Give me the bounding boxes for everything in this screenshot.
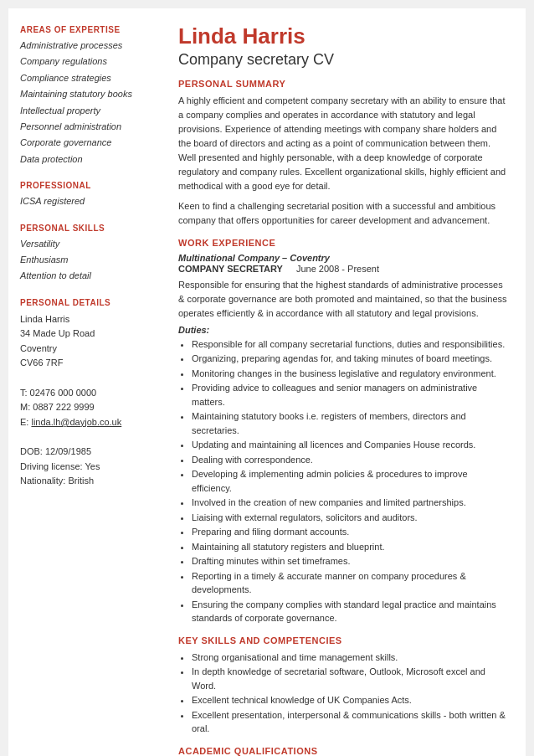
area-item: Personnel administration (20, 121, 151, 133)
detail-line: 34 Made Up Road (20, 327, 151, 342)
left-column: AREAS OF EXPERTISE Administrative proces… (8, 8, 163, 756)
duty-item: Preparing and filing dormant accounts. (192, 525, 507, 539)
job-title: Company secretary CV (178, 51, 507, 69)
area-item: Corporate governance (20, 136, 151, 149)
areas-list: Administrative processesCompany regulati… (20, 39, 151, 166)
duty-item: Maintaining statutory books i.e. registe… (192, 409, 507, 437)
area-item: Maintaining statutory books (20, 88, 151, 100)
area-item: Data protection (20, 153, 151, 166)
skill-item: Enthusiasm (20, 254, 151, 266)
detail-line: M: 0887 222 9999 (20, 400, 151, 415)
right-column: Linda Harris Company secretary CV PERSON… (163, 8, 526, 756)
key-skill-item: Excellent technical knowledge of UK Comp… (192, 693, 507, 707)
detail-line: DOB: 12/09/1985 (20, 445, 151, 460)
work-role-line: COMPANY SECRETARY June 2008 - Present (178, 264, 507, 274)
detail-line: E: linda.lh@dayjob.co.uk (20, 415, 151, 430)
work-description: Responsible for ensuring that the highes… (178, 278, 507, 321)
key-skill-item: Excellent presentation, interpersonal & … (192, 708, 507, 736)
details-block: Linda Harris34 Made Up RoadCoventryCV66 … (20, 312, 151, 489)
duty-item: Providing advice to colleagues and senio… (192, 381, 507, 409)
personal-details-section: PERSONAL DETAILS Linda Harris34 Made Up … (20, 298, 151, 489)
work-dates: June 2008 - Present (296, 264, 379, 274)
area-item: Company regulations (20, 55, 151, 68)
duty-item: Reporting in a timely & accurate manner … (192, 569, 507, 597)
email-link[interactable]: linda.lh@dayjob.co.uk (31, 417, 121, 427)
duties-list: Responsible for all company secretarial … (178, 337, 507, 625)
duty-item: Liaising with external regulators, solic… (192, 511, 507, 525)
duty-item: Maintaining all statutory registers and … (192, 540, 507, 554)
skill-item: Attention to detail (20, 270, 151, 282)
professional-title: PROFESSIONAL (20, 181, 151, 190)
key-skills-list: Strong organisational and time managemen… (178, 651, 507, 736)
duty-item: Ensuring the company complies with stand… (192, 598, 507, 625)
work-experience-heading: WORK EXPERIENCE (178, 238, 507, 248)
duty-item: Involved in the creation of new companie… (192, 496, 507, 510)
personal-summary-1: A highly efficient and competent company… (178, 94, 507, 193)
detail-line: Linda Harris (20, 312, 151, 327)
work-company: Multinational Company – Coventry (178, 253, 507, 263)
academic-heading: ACADEMIC QUALIFICATIONS (178, 746, 507, 756)
duty-item: Dealing with correspondence. (192, 453, 507, 467)
duty-item: Drafting minutes within set timeframes. (192, 554, 507, 568)
professional-section: PROFESSIONAL ICSA registered (20, 181, 151, 208)
detail-line: CV66 7RF (20, 356, 151, 371)
professional-list: ICSA registered (20, 195, 151, 208)
duty-item: Developing & implementing admin policies… (192, 467, 507, 495)
professional-item: ICSA registered (20, 195, 151, 208)
details-title: PERSONAL DETAILS (20, 298, 151, 307)
key-skills-heading: KEY SKILLS AND COMPETENCIES (178, 635, 507, 645)
areas-of-expertise-section: AREAS OF EXPERTISE Administrative proces… (20, 25, 151, 166)
key-skill-item: Strong organisational and time managemen… (192, 651, 507, 665)
detail-line: Nationality: British (20, 474, 151, 489)
duty-item: Monitoring changes in the business legis… (192, 367, 507, 381)
work-role: COMPANY SECRETARY (178, 264, 283, 274)
skill-item: Versatility (20, 238, 151, 250)
duty-item: Updating and maintaining all licences an… (192, 438, 507, 452)
area-item: Compliance strategies (20, 72, 151, 85)
candidate-name: Linda Harris (178, 23, 507, 49)
personal-skills-section: PERSONAL SKILLS VersatilityEnthusiasmAtt… (20, 224, 151, 283)
personal-summary-heading: PERSONAL SUMMARY (178, 79, 507, 89)
detail-line: Coventry (20, 342, 151, 357)
detail-line: T: 02476 000 0000 (20, 386, 151, 401)
duty-item: Organizing, preparing agendas for, and t… (192, 352, 507, 366)
area-item: Intellectual property (20, 105, 151, 117)
cv-page: AREAS OF EXPERTISE Administrative proces… (8, 8, 526, 756)
skills-title: PERSONAL SKILLS (20, 224, 151, 233)
area-item: Administrative processes (20, 39, 151, 52)
skills-list: VersatilityEnthusiasmAttention to detail (20, 238, 151, 283)
duties-label: Duties: (178, 325, 507, 335)
detail-line: Driving license: Yes (20, 460, 151, 475)
duty-item: Responsible for all company secretarial … (192, 337, 507, 352)
personal-summary-2: Keen to find a challenging secretarial p… (178, 199, 507, 228)
key-skill-item: In depth knowledge of secretarial softwa… (192, 665, 507, 692)
areas-title: AREAS OF EXPERTISE (20, 25, 151, 34)
